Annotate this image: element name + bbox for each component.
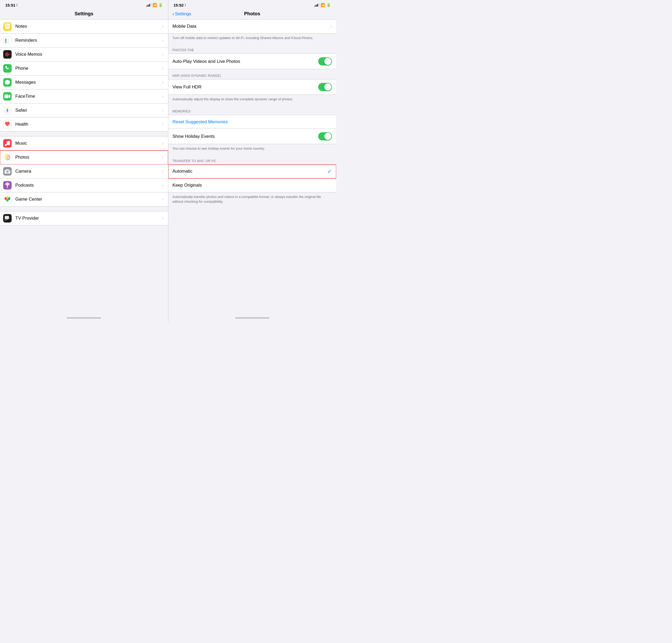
left-battery-icon: 🔋 xyxy=(158,3,163,7)
settings-row-facetime[interactable]: FaceTime › xyxy=(0,89,168,104)
camera-chevron: › xyxy=(162,169,164,174)
settings-row-notes[interactable]: Notes › xyxy=(0,20,168,34)
svg-rect-31 xyxy=(5,159,7,160)
autoplay-row[interactable]: Auto-Play Videos and Live Photos xyxy=(168,54,336,69)
svg-point-44 xyxy=(6,196,9,199)
camera-app-icon xyxy=(3,167,12,175)
view-hdr-label: View Full HDR xyxy=(173,84,319,90)
hdr-header: HDR (HIGH DYNAMIC RANGE) xyxy=(168,69,336,79)
safari-label: Safari xyxy=(15,108,162,113)
health-chevron: › xyxy=(162,122,164,127)
gamecenter-app-icon xyxy=(3,195,12,204)
holiday-description: You can choose to see holiday events for… xyxy=(168,144,336,154)
mobile-data-chevron: › xyxy=(330,24,332,29)
left-list[interactable]: Notes › Reminders › xyxy=(0,19,168,314)
settings-row-gamecenter[interactable]: Game Center › xyxy=(0,192,168,206)
right-list[interactable]: Mobile Data › Turn off mobile data to re… xyxy=(168,19,336,314)
reset-memories-row[interactable]: Reset Suggested Memories xyxy=(168,115,336,129)
show-holiday-row[interactable]: Show Holiday Events xyxy=(168,129,336,144)
section-gap-3 xyxy=(0,226,168,230)
mobile-data-label: Mobile Data xyxy=(173,24,331,29)
settings-row-voicememos[interactable]: Voice Memos › xyxy=(0,48,168,61)
left-section-services: $ TV Provider › xyxy=(0,211,168,226)
right-nav-bar: ‹ Settings Photos xyxy=(168,10,336,19)
phone-app-icon xyxy=(3,64,12,73)
svg-marker-16 xyxy=(9,95,10,98)
svg-rect-32 xyxy=(4,158,6,159)
back-button[interactable]: ‹ Settings xyxy=(173,11,191,17)
view-hdr-toggle[interactable] xyxy=(318,83,332,91)
settings-row-health[interactable]: Health › xyxy=(0,118,168,131)
left-status-bar: 15:51 ⟩ 📶 🔋 xyxy=(0,0,168,10)
view-hdr-row[interactable]: View Full HDR xyxy=(168,80,336,95)
settings-row-podcasts[interactable]: Podcasts › xyxy=(0,179,168,192)
settings-row-messages[interactable]: Messages › xyxy=(0,75,168,89)
right-status-bar: 15:52 ⟩ 📶 🔋 xyxy=(168,0,336,10)
tvprovider-app-icon: $ xyxy=(3,214,12,222)
right-page-title: Photos xyxy=(244,11,260,17)
settings-row-safari[interactable]: Safari › xyxy=(0,104,168,118)
svg-rect-34 xyxy=(4,156,6,157)
transfer-header: TRANSFER TO MAC OR PC xyxy=(168,155,336,165)
messages-label: Messages xyxy=(15,80,162,85)
mobile-data-section: Mobile Data › xyxy=(168,19,336,34)
health-label: Health xyxy=(15,122,162,127)
svg-point-7 xyxy=(5,42,7,43)
reset-memories-label: Reset Suggested Memories xyxy=(173,119,228,124)
svg-rect-28 xyxy=(9,158,10,159)
keep-originals-row[interactable]: Keep Originals xyxy=(168,179,336,192)
settings-row-music[interactable]: Music › xyxy=(0,136,168,150)
settings-row-reminders[interactable]: Reminders › xyxy=(0,34,168,48)
notes-app-icon xyxy=(3,22,12,31)
reminders-chevron: › xyxy=(162,38,164,43)
music-label: Music xyxy=(15,141,162,146)
settings-row-phone[interactable]: Phone › xyxy=(0,61,168,75)
facetime-label: FaceTime xyxy=(15,94,162,99)
settings-row-camera[interactable]: Camera › xyxy=(0,165,168,179)
svg-rect-25 xyxy=(8,155,9,156)
svg-rect-14 xyxy=(10,54,10,55)
svg-rect-47 xyxy=(5,220,5,221)
svg-rect-10 xyxy=(7,42,10,43)
svg-rect-15 xyxy=(4,95,9,98)
svg-rect-45 xyxy=(5,216,9,219)
left-wifi-icon: 📶 xyxy=(152,3,157,7)
left-section-media: Music › xyxy=(0,136,168,206)
left-nav-bar: Settings xyxy=(0,10,168,19)
messages-chevron: › xyxy=(162,80,164,85)
automatic-row[interactable]: Automatic ✓ xyxy=(168,165,336,179)
svg-rect-0 xyxy=(5,24,10,29)
right-signal-icon xyxy=(314,3,319,7)
right-home-indicator xyxy=(168,314,336,322)
svg-point-6 xyxy=(5,40,7,42)
svg-rect-27 xyxy=(9,157,11,158)
photos-tab-header: PHOTOS TAB xyxy=(168,44,336,53)
right-home-bar xyxy=(235,317,269,319)
photos-label: Photos xyxy=(15,155,162,160)
camera-label: Camera xyxy=(15,169,162,174)
notes-chevron: › xyxy=(162,24,164,29)
section-gap-2 xyxy=(0,206,168,211)
reminders-label: Reminders xyxy=(15,38,162,43)
mobile-data-row[interactable]: Mobile Data › xyxy=(168,20,336,33)
right-time: 15:52 xyxy=(174,3,184,8)
autoplay-toggle[interactable] xyxy=(318,57,332,65)
svg-rect-30 xyxy=(7,159,8,160)
messages-app-icon xyxy=(3,78,12,87)
notes-label: Notes xyxy=(15,24,162,29)
podcasts-chevron: › xyxy=(162,183,164,188)
automatic-label: Automatic xyxy=(173,169,328,174)
left-status-icons: 📶 🔋 xyxy=(147,3,163,7)
settings-row-photos[interactable]: Photos › xyxy=(0,150,168,165)
facetime-chevron: › xyxy=(162,94,164,99)
gamecenter-label: Game Center xyxy=(15,197,162,202)
tvprovider-label: TV Provider xyxy=(15,216,162,221)
settings-row-tvprovider[interactable]: $ TV Provider › xyxy=(0,211,168,225)
right-status-icons: 📶 🔋 xyxy=(314,3,331,7)
photos-app-icon xyxy=(3,153,12,161)
show-holiday-toggle[interactable] xyxy=(318,132,332,141)
svg-point-23 xyxy=(6,156,9,158)
svg-rect-46 xyxy=(6,219,8,220)
left-time: 15:51 xyxy=(5,3,15,8)
phone-chevron: › xyxy=(162,66,164,71)
